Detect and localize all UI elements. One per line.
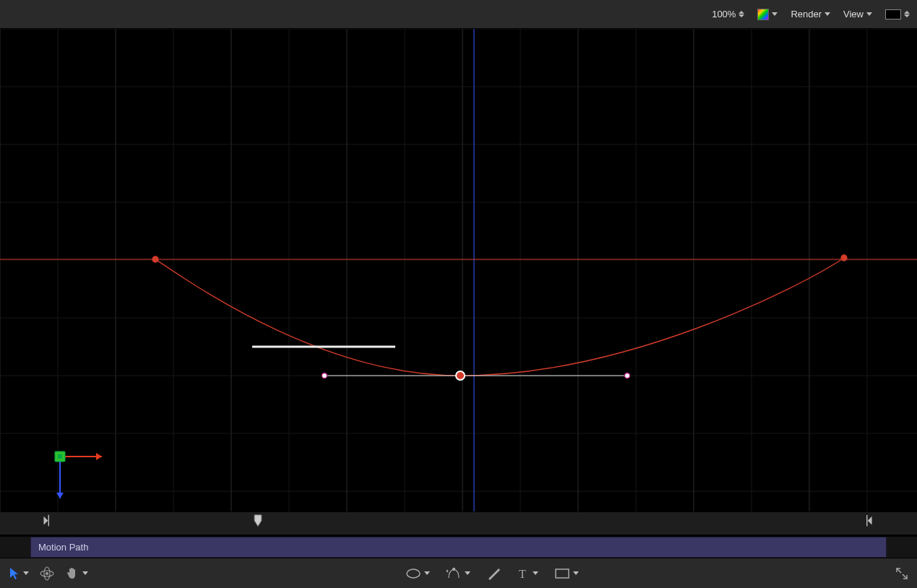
chevron-down-icon	[825, 12, 830, 16]
mini-timeline[interactable]	[0, 511, 917, 535]
pan-tool[interactable]	[65, 566, 88, 581]
pen-tool[interactable]	[446, 566, 470, 581]
select-tool[interactable]	[9, 567, 29, 580]
svg-point-45	[46, 572, 48, 574]
chevron-down-icon	[82, 571, 88, 575]
chevron-down-icon	[573, 571, 579, 575]
render-label: Render	[791, 9, 822, 20]
clip-label: Motion Path	[38, 542, 88, 553]
stepper-icon	[904, 11, 910, 17]
shape-mask-tool[interactable]	[405, 568, 430, 579]
chevron-down-icon	[23, 571, 29, 575]
zoom-selector[interactable]: 100%	[712, 9, 744, 20]
right-tools	[895, 567, 908, 580]
canvas-viewer[interactable]	[0, 29, 917, 511]
center-tools: T	[88, 566, 895, 581]
text-tool[interactable]: T	[517, 567, 538, 580]
app-root: { "topbar": { "zoom": "100%", "render_la…	[0, 0, 917, 588]
render-menu[interactable]: Render	[791, 9, 830, 20]
bottom-toolbar: T	[0, 558, 917, 588]
zoom-value: 100%	[712, 9, 736, 20]
keyframe-right[interactable]	[841, 255, 847, 261]
stepper-icon	[739, 11, 744, 17]
paint-stroke-tool[interactable]	[486, 566, 501, 581]
chevron-down-icon	[533, 571, 538, 575]
motion-path-clip[interactable]: Motion Path	[30, 537, 887, 558]
color-wheel-icon	[757, 9, 769, 20]
canvas-svg	[0, 29, 917, 511]
fullscreen-toggle[interactable]	[895, 567, 908, 580]
chevron-down-icon	[424, 571, 430, 575]
top-toolbar: 100% Render View	[0, 0, 917, 29]
rectangle-mask-tool[interactable]	[554, 568, 579, 579]
track-row: Motion Path	[0, 536, 917, 558]
ruler-svg	[0, 512, 917, 535]
left-tools	[9, 566, 88, 581]
keyframe-mid-selected[interactable]	[456, 371, 465, 380]
keyframe-left[interactable]	[152, 256, 158, 262]
view-label: View	[843, 9, 864, 20]
chevron-down-icon	[866, 12, 872, 16]
chevron-down-icon	[772, 12, 778, 16]
canvas-swatch-icon	[885, 9, 901, 20]
bezier-handle-left[interactable]	[322, 373, 327, 379]
grid	[0, 29, 917, 511]
chevron-down-icon	[465, 571, 470, 575]
motion-path-curve[interactable]	[155, 258, 844, 376]
svg-point-47	[452, 568, 455, 570]
svg-text:T: T	[519, 568, 526, 580]
svg-rect-39	[58, 454, 62, 459]
view-menu[interactable]: View	[843, 9, 872, 20]
color-channel-menu[interactable]	[757, 9, 778, 20]
svg-rect-40	[14, 512, 903, 535]
svg-rect-49	[556, 569, 569, 578]
3d-transform-tool[interactable]	[39, 566, 55, 581]
background-color-menu[interactable]	[885, 9, 910, 20]
svg-point-46	[407, 569, 420, 578]
bezier-handle-right[interactable]	[625, 373, 630, 379]
